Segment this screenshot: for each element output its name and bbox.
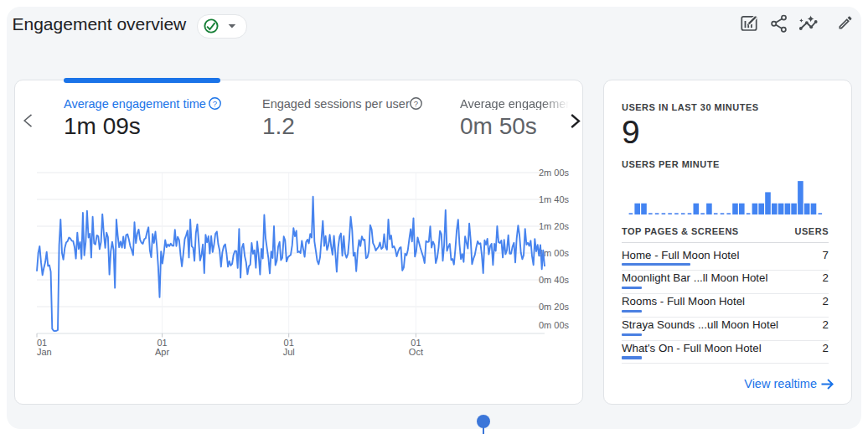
svg-text:0m 40s: 0m 40s [539, 275, 570, 285]
svg-text:1m 40s: 1m 40s [539, 194, 570, 204]
svg-text:Jul: Jul [283, 347, 295, 357]
svg-text:2m 00s: 2m 00s [539, 168, 570, 178]
svg-text:Oct: Oct [409, 347, 423, 357]
svg-text:Apr: Apr [155, 347, 169, 357]
svg-text:Jan: Jan [37, 347, 52, 357]
svg-text:1m 20s: 1m 20s [539, 221, 570, 231]
svg-text:0m 00s: 0m 00s [539, 320, 570, 330]
svg-text:0m 20s: 0m 20s [539, 302, 570, 312]
